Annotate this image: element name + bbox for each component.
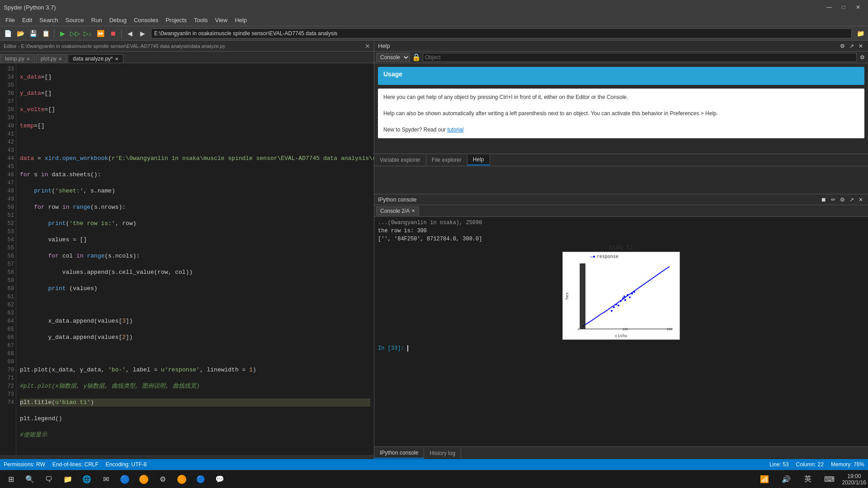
menu-run[interactable]: Run [88, 16, 106, 24]
spyder-btn[interactable]: 🔵 [192, 470, 210, 488]
menu-tools[interactable]: Tools [190, 16, 211, 24]
app-title: Spyder (Python 3.7) [4, 4, 56, 11]
run-cell-advance-btn[interactable]: ▷↓ [82, 28, 94, 39]
usage-body-2: Help can also be shown automatically aft… [383, 109, 859, 117]
console-close-icon[interactable]: ✕ [857, 196, 864, 203]
close-button[interactable]: ✕ [852, 2, 864, 12]
wechat-btn[interactable]: 💬 [211, 470, 229, 488]
code-line: x_data.append(values[3]) [20, 317, 370, 325]
menu-help[interactable]: Help [231, 16, 250, 24]
menu-projects[interactable]: Projects [162, 16, 190, 24]
prompt-label: In [33]: [378, 345, 404, 352]
console-stop-icon[interactable]: ⏹ [820, 196, 828, 203]
svg-point-12 [631, 293, 633, 295]
minimize-button[interactable]: — [823, 2, 835, 12]
code-line: print('the row is:', row) [20, 220, 370, 228]
taskbar-clock[interactable]: 19:00 [842, 473, 866, 479]
svg-rect-14 [580, 263, 585, 329]
tab-file-explorer[interactable]: File explorer [426, 155, 467, 165]
save-all-btn[interactable]: 📋 [40, 28, 52, 39]
taskbar-wifi-icon[interactable]: 📶 [755, 470, 774, 488]
nav-fwd-btn[interactable]: ▶ [137, 28, 148, 39]
start-button[interactable]: ⊞ [2, 470, 20, 488]
svg-point-7 [622, 297, 624, 299]
editor-content[interactable]: 3334353637 3839404142 4344454647 4849505… [0, 63, 374, 455]
menu-search[interactable]: Search [36, 16, 61, 24]
help-lock-icon[interactable]: 🔒 [412, 53, 421, 61]
debug-btn[interactable]: ⏩ [94, 28, 106, 39]
open-file-btn[interactable]: 📂 [14, 28, 26, 39]
edge-btn[interactable]: 🌐 [78, 470, 96, 488]
console-gear-icon[interactable]: ⚙ [839, 196, 846, 203]
nav-back-btn[interactable]: ◀ [124, 28, 136, 39]
tab-temp-py[interactable]: temp.py ✕ [0, 54, 35, 63]
run-cell-btn[interactable]: ▷▷ [69, 28, 81, 39]
code-line [20, 350, 370, 358]
editor-close-btn[interactable]: ✕ [365, 42, 370, 50]
tab-help[interactable]: Help [467, 155, 490, 165]
console-undock-icon[interactable]: ↗ [848, 196, 855, 203]
task-view-btn[interactable]: 🗨 [40, 470, 58, 488]
chart-legend: —● response [590, 254, 618, 259]
menu-edit[interactable]: Edit [19, 16, 36, 24]
file-explorer-btn[interactable]: 📁 [59, 470, 77, 488]
menu-debug[interactable]: Debug [106, 16, 130, 24]
help-close-icon[interactable]: ✕ [857, 42, 864, 50]
code-line: values.append(s.cell_value(row, col)) [20, 268, 370, 277]
menu-consoles[interactable]: Consoles [130, 16, 162, 24]
tab-data-analyze-py[interactable]: data analyze.py* ✕ [68, 54, 123, 63]
tab-history-log[interactable]: History log [424, 448, 461, 458]
chrome-btn[interactable]: 🔵 [116, 470, 134, 488]
help-undock-icon[interactable]: ↗ [848, 42, 855, 50]
help-content: Usage Here you can get help of any objec… [374, 63, 868, 154]
run-btn[interactable]: ▶ [57, 28, 68, 39]
console-tab-close[interactable]: ✕ [411, 208, 415, 213]
help-options-icon[interactable]: ⚙ [859, 54, 866, 61]
help-gear-icon[interactable]: ⚙ [839, 42, 846, 50]
editor-hscrollbar[interactable] [0, 455, 374, 459]
app-btn-1[interactable]: 🟠 [135, 470, 153, 488]
console-bottom-tabs: IPython console History log [374, 446, 868, 459]
tutorial-link[interactable]: tutorial [447, 127, 463, 133]
tab-temp-py-close[interactable]: ✕ [26, 56, 30, 61]
editor-tabs: temp.py ✕ plot.py ✕ data analyze.py* ✕ [0, 52, 374, 63]
code-line: print('sheet:', s.name) [20, 187, 370, 195]
console-tab-2a[interactable]: Console 2/A ✕ [376, 206, 419, 216]
code-line: plt.legend() [20, 415, 370, 423]
tab-ipython-console[interactable]: IPython console [374, 448, 424, 459]
code-line: x_volte=[] [20, 106, 370, 114]
prompt-cursor[interactable] [407, 345, 411, 352]
object-input[interactable] [423, 53, 857, 62]
new-file-btn[interactable]: 📄 [2, 28, 14, 39]
console-edit-icon[interactable]: ✏ [830, 196, 837, 203]
help-title: Help [378, 42, 390, 49]
stop-btn[interactable]: ⏹ [107, 28, 119, 39]
console-header-icons: ⏹ ✏ ⚙ ↗ ✕ [820, 196, 864, 203]
tab-data-analyze-py-close[interactable]: ✕ [115, 56, 118, 61]
output-line-values: ['', '84F250', 8712784.0, 300.0] [378, 235, 864, 243]
code-line-comment: #plt.plot(x轴数据, y轴数据, 曲线类型, 图例说明, 曲线线宽) [20, 382, 370, 390]
tab-variable-explorer[interactable]: Variable explorer [374, 155, 426, 165]
taskbar-sound-icon[interactable]: 🔊 [777, 470, 795, 488]
browse-btn[interactable]: 📁 [854, 28, 866, 39]
menu-source[interactable]: Source [62, 16, 88, 24]
console-output[interactable]: ...(0wangyanlin in osaka), 25090 the row… [374, 217, 868, 446]
settings-btn[interactable]: ⚙ [154, 470, 172, 488]
taskbar-lang-icon[interactable]: 英 [799, 470, 817, 488]
editor-path: Editor - E:\0wangyanlin in osaka\muscle … [4, 43, 225, 49]
help-panel: Help ⚙ ↗ ✕ Source Console 🔒 ⚙ Usage [374, 41, 868, 194]
svg-text:200: 200 [667, 328, 673, 331]
menu-view[interactable]: View [211, 16, 231, 24]
source-console-select[interactable]: Source Console [376, 53, 410, 62]
tab-plot-py[interactable]: plot.py ✕ [36, 54, 67, 63]
code-editor[interactable]: x_data=[] y_data=[] x_volte=[] temp=[] d… [16, 63, 374, 455]
menu-file[interactable]: File [2, 16, 19, 24]
search-taskbar-btn[interactable]: 🔍 [21, 470, 39, 488]
taskbar-keyboard-icon[interactable]: ⌨ [821, 470, 839, 488]
chart-svg: 0 100 200 [571, 261, 679, 340]
save-btn[interactable]: 💾 [27, 28, 39, 39]
app-btn-2[interactable]: 🟠 [173, 470, 191, 488]
maximize-button[interactable]: □ [837, 2, 850, 12]
tab-plot-py-close[interactable]: ✕ [58, 56, 62, 61]
mail-btn[interactable]: ✉ [97, 470, 115, 488]
